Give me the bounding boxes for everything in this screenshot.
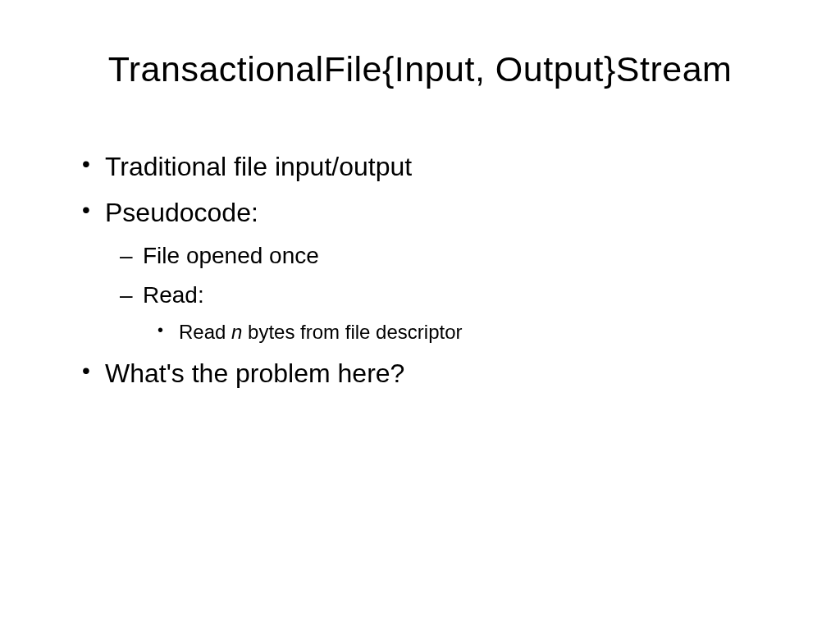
bullet-item: Read: Read n bytes from file descriptor bbox=[120, 278, 783, 347]
slide-title: TransactionalFile{Input, Output}Stream bbox=[57, 49, 783, 89]
text-post: bytes from file descriptor bbox=[242, 321, 462, 343]
bullet-item: What's the problem here? bbox=[82, 354, 783, 393]
bullet-list-level3: Read n bytes from file descriptor bbox=[158, 317, 783, 347]
bullet-text: Pseudocode: bbox=[105, 198, 258, 227]
slide-container: TransactionalFile{Input, Output}Stream T… bbox=[0, 0, 840, 630]
slide-content: Traditional file input/output Pseudocode… bbox=[57, 147, 783, 393]
bullet-item: Read n bytes from file descriptor bbox=[158, 317, 783, 347]
bullet-list-level2: File opened once Read: Read n bytes from… bbox=[120, 239, 783, 347]
bullet-list-level1: Traditional file input/output Pseudocode… bbox=[82, 147, 783, 393]
bullet-item: Pseudocode: File opened once Read: Read … bbox=[82, 193, 783, 347]
text-pre: Read bbox=[179, 321, 231, 343]
bullet-text: Read: bbox=[143, 282, 204, 308]
text-emphasis: n bbox=[231, 321, 242, 343]
bullet-item: Traditional file input/output bbox=[82, 147, 783, 186]
bullet-item: File opened once bbox=[120, 239, 783, 273]
